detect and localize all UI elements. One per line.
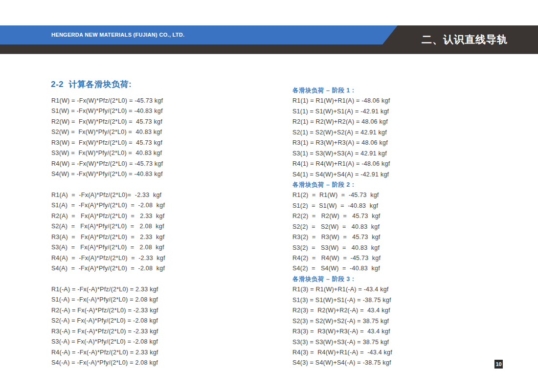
formula-line: R1(3) = R1(W)+R1(-A) = -43.4 kgf <box>292 284 392 295</box>
formula-line: S4(2) = S4(W) = -40.83 kgf <box>292 263 392 274</box>
formula-line: S4(-A) = -Fx(-A)*Pfy/(2*L0) = 2.08 kgf <box>51 358 165 368</box>
formula-line: S3(-A) = Fx(-A)*Pfy/(2*L0) = -2.08 kgf <box>51 337 165 347</box>
formula-line: R4(2) = R4(W) = -45.73 kgf <box>292 253 392 263</box>
page-number-badge: 10 <box>494 360 503 369</box>
formula-line: R3(-A) = Fx(-A)*Pfz/(2*L0) = -2.33 kgf <box>51 327 165 337</box>
formula-line: S3(2) = S3(W) = 40.83 kgf <box>292 243 392 253</box>
formula-line: S1(1) = S1(W)+S1(A) = -42.91 kgf <box>292 107 392 117</box>
formula-line: S2(1) = S2(W)+S2(A) = 42.91 kgf <box>292 128 392 138</box>
formula-line: S1(2) = S1(W) = -40.83 kgf <box>292 201 392 211</box>
formula-column-right: 各滑块负荷 – 阶段 1 :R1(1) = R1(W)+R1(A) = -48.… <box>292 86 392 369</box>
formula-line: R1(-A) = -Fx(-A)*Pfz/(2*L0) = 2.33 kgf <box>51 284 165 295</box>
page-title: 2-2 计算各滑块负荷: <box>51 79 132 90</box>
formula-line: S4(3) = S4(W)+S4(-A) = -38.75 kgf <box>292 358 392 368</box>
formula-line: S3(W) = Fx(W)*Pfy/(2*L0) = 40.83 kgf <box>51 148 165 158</box>
formula-line: S2(W) = Fx(W)*Pfy/(2*L0) = 40.83 kgf <box>51 127 165 137</box>
formula-line: R4(1) = R4(W)+R1(A) = -48.06 kgf <box>292 159 392 169</box>
formula-line: S2(-A) = Fx(-A)*Pfy/(2*L0) = -2.08 kgf <box>51 316 165 326</box>
block-gap <box>51 274 165 284</box>
formula-line: R4(3) = R4(W)+R1(-A) = -43.4 kgf <box>292 348 392 358</box>
formula-line: S2(2) = S2(W) = 40.83 kgf <box>292 222 392 232</box>
block-gap <box>51 180 165 190</box>
formula-line: S4(W) = -Fx(W)*Pfy/(2*L0) = -40.83 kgf <box>51 169 165 179</box>
formula-line: R3(1) = R3(W)+R3(A) = 48.06 kgf <box>292 138 392 148</box>
formula-line: S4(1) = S4(W)+S4(A) = -42.91 kgf <box>292 170 392 180</box>
formula-line: S2(3) = S2(W)+S2(-A) = 38.75 kgf <box>292 316 392 327</box>
formula-line: R2(-A) = Fx(-A)*Pfz/(2*L0) = -2.33 kgf <box>51 305 165 316</box>
formula-line: R3(3) = R3(W)+R3(-A) = 43.4 kgf <box>292 327 392 337</box>
stage-block-title: 各滑块负荷 – 阶段 2 : <box>292 180 392 190</box>
formula-line: S1(3) = S1(W)+S1(-A) = -38.75 kgf <box>292 295 392 305</box>
section-title: 二、认识直线导轨 <box>391 25 538 54</box>
formula-line: R2(2) = R2(W) = 45.73 kgf <box>292 211 392 221</box>
formula-line: S1(-A) = -Fx(-A)*Pfy/(2*L0) = 2.08 kgf <box>51 295 165 305</box>
formula-line: R3(2) = R3(W) = 45.73 kgf <box>292 232 392 242</box>
formula-line: S4(A) = -Fx(A)*Pfy/(2*L0) = -2.08 kgf <box>51 263 165 274</box>
formula-line: S2(A) = Fx(A)*Pfy/(2*L0) = 2.08 kgf <box>51 221 165 232</box>
formula-line: R1(1) = R1(W)+R1(A) = -48.06 kgf <box>292 96 392 106</box>
formula-line: R2(3) = R2(W)+R2(-A) = 43.4 kgf <box>292 305 392 316</box>
formula-line: R2(W) = Fx(W)*Pfz/(2*L0) = 45.73 kgf <box>51 117 165 127</box>
formula-line: S1(A) = -Fx(A)*Pfy/(2*L0) = -2.08 kgf <box>51 200 165 211</box>
formula-line: S3(A) = Fx(A)*Pfy/(2*L0) = 2.08 kgf <box>51 242 165 253</box>
formula-line: R4(W) = -Fx(W)*Pfz/(2*L0) = -45.73 kgf <box>51 159 165 169</box>
formula-line: S3(3) = S3(W)+S3(-A) = 38.75 kgf <box>292 337 392 348</box>
formula-line: R3(W) = Fx(W)*Pfz/(2*L0) = 45.73 kgf <box>51 138 165 148</box>
company-name: HENGERDA NEW MATERIALS (FUJIAN) CO., LTD… <box>51 25 184 44</box>
formula-line: R2(1) = R2(W)+R2(A) = 48.06 kgf <box>292 117 392 127</box>
formula-line: S3(1) = S3(W)+S3(A) = 42.91 kgf <box>292 149 392 159</box>
formula-line: R1(W) = -Fx(W)*Pfz/(2*L0) = -45.73 kgf <box>51 96 165 106</box>
slide: HENGERDA NEW MATERIALS (FUJIAN) CO., LTD… <box>0 0 538 392</box>
stage-block-title: 各滑块负荷 – 阶段 3 : <box>292 274 392 284</box>
formula-line: R1(A) = -Fx(A)*Pfz/(2*L0)= -2.33 kgf <box>51 190 165 200</box>
formula-column-left: R1(W) = -Fx(W)*Pfz/(2*L0) = -45.73 kgfS1… <box>51 96 165 368</box>
stage-block-title: 各滑块负荷 – 阶段 1 : <box>292 86 392 96</box>
formula-line: S1(W) = -Fx(W)*Pfy/(2*L0) = -40.83 kgf <box>51 106 165 116</box>
formula-line: R4(A) = -Fx(A)*Pfz/(2*L0) = -2.33 kgf <box>51 253 165 263</box>
formula-line: R3(A) = Fx(A)*Pfz/(2*L0) = 2.33 kgf <box>51 232 165 242</box>
formula-line: R1(2) = R1(W) = -45.73 kgf <box>292 190 392 200</box>
formula-line: R2(A) = Fx(A)*Pfz/(2*L0) = 2.33 kgf <box>51 211 165 221</box>
formula-line: R4(-A) = -Fx(-A)*Pfz/(2*L0) = 2.33 kgf <box>51 348 165 358</box>
